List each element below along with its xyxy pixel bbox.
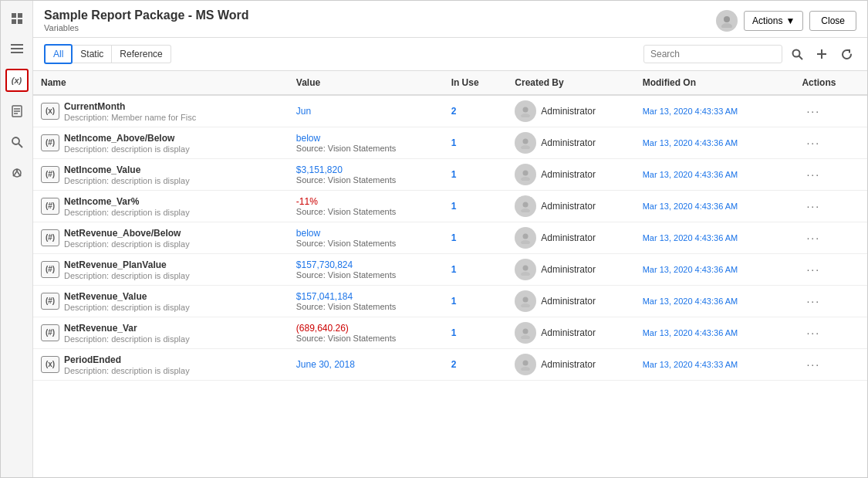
var-name-cell: (x) PeriodEnded Description: description… [33, 349, 289, 381]
creator-name: Administrator [541, 201, 596, 212]
tab-all[interactable]: All [44, 44, 73, 64]
var-value-cell: $157,041,184 Source: Vision Statements [289, 286, 444, 317]
var-inuse-cell[interactable]: 1 [444, 222, 508, 254]
var-inuse-cell[interactable]: 1 [444, 254, 508, 286]
svg-point-14 [15, 169, 18, 171]
row-actions-menu[interactable]: ··· [802, 325, 825, 341]
var-type-icon: (#) [41, 229, 59, 246]
var-actions-cell[interactable]: ··· [794, 159, 867, 191]
modified-date: Mar 13, 2020 4:43:33 AM [643, 360, 738, 369]
var-actions-cell[interactable]: ··· [794, 286, 867, 317]
row-actions-menu[interactable]: ··· [802, 262, 825, 277]
var-inuse-cell[interactable]: 2 [444, 349, 508, 381]
svg-point-31 [523, 202, 529, 208]
sidebar-list-icon[interactable] [5, 38, 29, 61]
var-actions-cell[interactable]: ··· [794, 127, 867, 159]
var-value-cell: -11% Source: Vision Statements [289, 191, 444, 222]
table-row: (#) NetRevenue_Above/Below Description: … [33, 222, 867, 254]
var-actions-cell[interactable]: ··· [794, 317, 867, 349]
in-use-link[interactable]: 1 [451, 169, 457, 180]
in-use-link[interactable]: 2 [451, 106, 457, 117]
var-value-sub: Source: Vision Statements [296, 207, 436, 216]
svg-point-25 [523, 107, 529, 113]
var-inuse-cell[interactable]: 2 [444, 95, 508, 127]
page-title: Sample Report Package - MS Word [44, 8, 249, 22]
sidebar: (x) [1, 1, 33, 477]
svg-line-22 [799, 56, 802, 59]
sidebar-grid-icon[interactable] [5, 7, 29, 30]
var-desc: Description: description is display [64, 239, 190, 249]
var-value: (689,640.26) [296, 323, 436, 334]
svg-rect-3 [18, 19, 22, 24]
var-inuse-cell[interactable]: 1 [444, 286, 508, 317]
in-use-link[interactable]: 1 [451, 264, 457, 275]
in-use-link[interactable]: 1 [451, 327, 457, 338]
table-row: (#) NetRevenue_Var Description: descript… [33, 317, 867, 349]
row-actions-menu[interactable]: ··· [802, 198, 825, 214]
in-use-link[interactable]: 2 [451, 359, 457, 370]
var-modifiedon-cell: Mar 13, 2020 4:43:36 AM [635, 159, 795, 191]
svg-point-11 [12, 137, 19, 144]
svg-point-34 [521, 240, 530, 244]
var-inuse-cell[interactable]: 1 [444, 191, 508, 222]
var-value: below [296, 228, 436, 239]
row-actions-menu[interactable]: ··· [802, 103, 825, 119]
var-actions-cell[interactable]: ··· [794, 95, 867, 127]
row-actions-menu[interactable]: ··· [802, 167, 825, 182]
modified-date: Mar 13, 2020 4:43:36 AM [643, 265, 738, 274]
svg-point-21 [792, 49, 799, 56]
in-use-link[interactable]: 1 [451, 296, 457, 307]
search-input[interactable] [643, 45, 782, 63]
creator-name: Administrator [541, 137, 596, 148]
var-actions-cell[interactable]: ··· [794, 191, 867, 222]
actions-button[interactable]: Actions ▼ [744, 11, 803, 31]
sidebar-variables-icon[interactable]: (x) [5, 69, 29, 92]
var-modifiedon-cell: Mar 13, 2020 4:43:36 AM [635, 317, 795, 349]
tab-static[interactable]: Static [73, 45, 112, 63]
sidebar-search-icon[interactable] [5, 131, 29, 154]
var-actions-cell[interactable]: ··· [794, 349, 867, 381]
var-createdby-cell: Administrator [507, 254, 634, 286]
var-inuse-cell[interactable]: 1 [444, 317, 508, 349]
var-inuse-cell[interactable]: 1 [444, 127, 508, 159]
creator-avatar [515, 100, 536, 122]
in-use-link[interactable]: 1 [451, 137, 457, 148]
var-name-cell: (#) NetRevenue_PlanValue Description: de… [33, 254, 289, 286]
var-actions-cell[interactable]: ··· [794, 222, 867, 254]
var-value: -11% [296, 196, 436, 207]
creator-name: Administrator [541, 327, 596, 338]
svg-point-30 [521, 177, 530, 181]
var-name-cell: (#) NetRevenue_Value Description: descri… [33, 286, 289, 317]
var-modifiedon-cell: Mar 13, 2020 4:43:36 AM [635, 286, 795, 317]
creator-avatar [515, 290, 536, 312]
close-button[interactable]: Close [809, 11, 856, 31]
svg-point-19 [724, 16, 730, 22]
row-actions-menu[interactable]: ··· [802, 357, 825, 372]
var-value: $3,151,820 [296, 164, 436, 175]
search-button[interactable] [787, 44, 807, 64]
var-desc: Description: description is display [64, 366, 190, 375]
creator-avatar [515, 322, 536, 344]
creator-name: Administrator [541, 169, 596, 180]
var-value: Jun [296, 106, 436, 117]
var-modifiedon-cell: Mar 13, 2020 4:43:36 AM [635, 222, 795, 254]
sidebar-document-icon[interactable] [5, 100, 29, 123]
row-actions-menu[interactable]: ··· [802, 230, 825, 246]
var-inuse-cell[interactable]: 1 [444, 159, 508, 191]
in-use-link[interactable]: 1 [451, 232, 457, 243]
sidebar-network-icon[interactable] [5, 161, 29, 185]
row-actions-menu[interactable]: ··· [802, 293, 825, 309]
var-actions-cell[interactable]: ··· [794, 254, 867, 286]
svg-point-37 [523, 297, 529, 303]
add-button[interactable] [812, 44, 832, 64]
creator-name: Administrator [541, 296, 596, 307]
svg-point-26 [521, 114, 530, 117]
var-name-cell: (#) NetRevenue_Var Description: descript… [33, 317, 289, 349]
in-use-link[interactable]: 1 [451, 201, 457, 212]
refresh-button[interactable] [836, 44, 856, 64]
var-value-cell: below Source: Vision Statements [289, 222, 444, 254]
tab-reference[interactable]: Reference [112, 45, 171, 63]
header: Sample Report Package - MS Word Variable… [33, 1, 867, 38]
var-value-cell: $157,730,824 Source: Vision Statements [289, 254, 444, 286]
row-actions-menu[interactable]: ··· [802, 135, 825, 151]
